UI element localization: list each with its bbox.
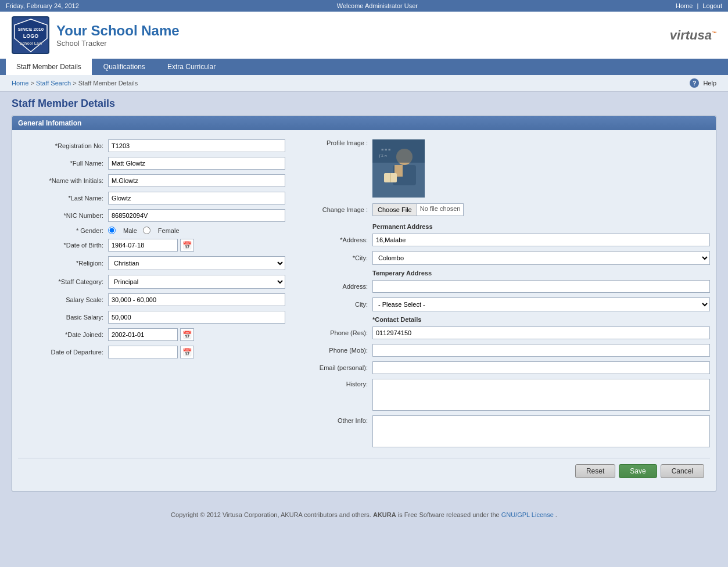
temp-city-row: City: - Please Select - Colombo Kandy Ga…: [297, 297, 710, 311]
school-info: Your School Name School Tracker: [56, 23, 180, 48]
email-row: Email (personal):: [297, 361, 710, 374]
home-link[interactable]: Home: [676, 2, 693, 9]
temp-city-select[interactable]: - Please Select - Colombo Kandy Galle: [372, 297, 710, 311]
gender-options: Male Female: [108, 227, 180, 234]
breadcrumb: Home > Staff Search > Staff Member Detai…: [12, 80, 138, 87]
temp-address-input[interactable]: [372, 280, 710, 293]
city-label: *City:: [297, 254, 372, 261]
dob-wrap: 📅: [108, 239, 194, 252]
temporary-address-title: Temperary Address: [297, 270, 710, 277]
phone-res-row: Phone (Res):: [297, 326, 710, 339]
nav-links: Home | Logout: [676, 2, 722, 9]
last-name-label: *Last Name:: [18, 195, 108, 202]
full-name-input[interactable]: [108, 157, 285, 170]
breadcrumb-home[interactable]: Home: [12, 80, 28, 87]
section-header: General Infomation: [12, 116, 716, 130]
gender-male-label: Male: [123, 227, 137, 234]
basic-salary-input[interactable]: [108, 311, 285, 324]
svg-text:LOGO: LOGO: [23, 33, 38, 39]
footer-desc: is Free Software released under the: [398, 511, 500, 518]
gender-male-radio[interactable]: [108, 227, 116, 234]
file-chosen-text: No file chosen: [417, 203, 464, 216]
brand-logo: virtusa™: [670, 28, 716, 43]
logout-link[interactable]: Logout: [702, 2, 722, 9]
footer-akura: AKURA: [373, 511, 396, 518]
footer-license-link[interactable]: GNU/GPL License: [501, 511, 554, 518]
last-name-input[interactable]: [108, 192, 285, 204]
nic-input[interactable]: [108, 209, 285, 222]
name-initials-input[interactable]: [108, 174, 285, 187]
choose-file-button[interactable]: Choose File: [372, 203, 417, 216]
gender-female-label: Female: [158, 227, 180, 234]
nic-row: *NIC Number:: [18, 209, 285, 222]
phone-mob-input[interactable]: [372, 344, 710, 357]
date-departure-input[interactable]: [108, 346, 178, 358]
temp-address-row: Address:: [297, 280, 710, 293]
dob-calendar-button[interactable]: 📅: [180, 239, 194, 252]
profile-image-label: Profile Image :: [297, 139, 372, 146]
right-column: Profile Image :: [297, 139, 710, 452]
tab-staff-member-details[interactable]: Staff Member Details: [6, 59, 92, 75]
logo-area: SINCE 2010 LOGO School Law Your School N…: [12, 16, 180, 54]
profile-image-container: ≡ ≡ ≡ ∫ Σ π: [372, 139, 425, 198]
address-row: *Address:: [297, 234, 710, 246]
religion-label: *Religion:: [18, 260, 108, 267]
phone-res-label: Phone (Res):: [297, 329, 372, 336]
change-image-label: Change Image :: [297, 206, 372, 213]
nav-bar: Staff Member Details Qualifications Extr…: [0, 59, 728, 75]
logo-shield: SINCE 2010 LOGO School Law: [12, 16, 49, 54]
registration-no-row: *Registration No:: [18, 139, 285, 152]
staff-category-select[interactable]: Principal Teacher Admin Other: [108, 275, 285, 289]
staff-category-label: *Staff Category:: [18, 278, 108, 285]
cancel-button[interactable]: Cancel: [661, 464, 704, 478]
city-select[interactable]: Colombo Kandy Galle Negombo Matara: [372, 251, 710, 265]
main-content: Staff Member Details General Infomation …: [0, 92, 728, 503]
gender-female-radio[interactable]: [143, 227, 150, 234]
dob-label: *Date of Birth:: [18, 242, 108, 249]
welcome-label: Welcome Administrator User: [337, 2, 418, 9]
school-name: Your School Name: [56, 23, 180, 39]
contact-details-title: *Contact Details: [297, 316, 710, 323]
profile-image: ≡ ≡ ≡ ∫ Σ π: [372, 139, 425, 198]
phone-mob-row: Phone (Mob):: [297, 344, 710, 357]
date-joined-calendar-button[interactable]: 📅: [180, 328, 194, 341]
address-input[interactable]: [372, 234, 710, 246]
date-departure-row: Date of Departure: 📅: [18, 346, 285, 358]
form-columns: *Registration No: *Full Name: *Name with…: [18, 139, 710, 452]
breadcrumb-staff-search[interactable]: Staff Search: [36, 80, 71, 87]
phone-res-input[interactable]: [372, 326, 710, 339]
footer-period: .: [555, 511, 557, 518]
gender-label: * Gender:: [18, 227, 108, 234]
breadcrumb-current: Staff Member Details: [78, 80, 138, 87]
reset-button[interactable]: Reset: [575, 464, 615, 478]
staff-category-row: *Staff Category: Principal Teacher Admin…: [18, 275, 285, 289]
history-label: History:: [297, 379, 372, 387]
tab-qualifications[interactable]: Qualifications: [93, 59, 156, 75]
email-input[interactable]: [372, 361, 710, 374]
religion-select[interactable]: Christian Buddhist Hindu Islam Other: [108, 256, 285, 270]
date-label: Friday, February 24, 2012: [6, 2, 79, 9]
full-name-label: *Full Name:: [18, 160, 108, 167]
svg-text:∫ Σ π: ∫ Σ π: [379, 154, 387, 158]
page-title: Staff Member Details: [12, 98, 716, 110]
date-joined-wrap: 📅: [108, 328, 194, 341]
help-button[interactable]: ? Help: [690, 78, 716, 88]
temp-city-label: City:: [297, 301, 372, 308]
form-body: *Registration No: *Full Name: *Name with…: [12, 130, 716, 491]
form-panel: General Infomation *Registration No: *Fu…: [12, 116, 716, 491]
separator: |: [697, 2, 698, 9]
dob-input[interactable]: [108, 239, 178, 252]
save-button[interactable]: Save: [619, 464, 657, 478]
tab-extra-curricular[interactable]: Extra Curricular: [157, 59, 226, 75]
other-info-row: Other Info:: [297, 415, 710, 447]
basic-salary-label: Basic Salary:: [18, 314, 108, 321]
top-bar: Friday, February 24, 2012 Welcome Admini…: [0, 0, 728, 12]
salary-scale-input[interactable]: [108, 293, 285, 306]
help-label: Help: [703, 80, 716, 87]
date-departure-calendar-button[interactable]: 📅: [180, 346, 194, 358]
history-textarea[interactable]: [372, 379, 710, 411]
other-info-textarea[interactable]: [372, 415, 710, 447]
registration-no-label: *Registration No:: [18, 142, 108, 149]
date-joined-input[interactable]: [108, 328, 178, 341]
registration-no-input[interactable]: [108, 139, 285, 152]
